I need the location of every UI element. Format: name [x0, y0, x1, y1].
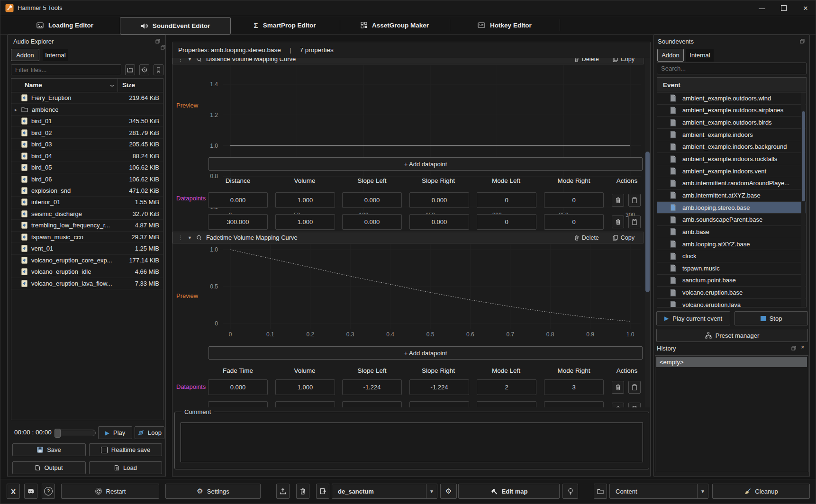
event-row[interactable]: clock: [657, 250, 806, 262]
seek-slider-handle[interactable]: [54, 429, 61, 438]
minimize-button[interactable]: —: [751, 0, 773, 16]
datapoint-value-input[interactable]: -1.224: [342, 379, 402, 395]
help-button[interactable]: ?: [42, 484, 55, 499]
event-row[interactable]: amb.base: [657, 226, 806, 238]
content-select-combo[interactable]: Content ▼: [609, 484, 708, 499]
delete-datapoint-button[interactable]: [612, 216, 624, 228]
file-row[interactable]: tspawn_music_cco29.37 MiB: [11, 232, 163, 243]
x-social-button[interactable]: X: [7, 484, 20, 499]
soundevents-search-input[interactable]: Search...: [657, 63, 807, 74]
copy-curve-button[interactable]: Copy: [613, 58, 635, 63]
delete-datapoint-button[interactable]: [612, 194, 624, 207]
datapoint-value-input[interactable]: [544, 401, 604, 407]
datapoint-value-input[interactable]: 0.000: [409, 192, 469, 208]
tab-assetgroup-maker[interactable]: AssetGroup Maker: [340, 17, 450, 34]
file-list-header[interactable]: Name Size: [11, 79, 163, 92]
file-row[interactable]: explosion_snd471.02 KiB: [11, 185, 163, 197]
restart-button[interactable]: Restart: [61, 484, 159, 499]
cleanup-button[interactable]: Cleanup: [712, 484, 810, 499]
event-row[interactable]: ambient_example.indoors.background: [657, 141, 806, 153]
map-select-combo[interactable]: de_sanctum ▼: [332, 484, 437, 499]
preset-manager-button[interactable]: Preset manager: [656, 329, 808, 342]
scrollbar-thumb[interactable]: [802, 111, 805, 201]
file-row[interactable]: volcano_eruption_idle4.66 MiB: [11, 266, 163, 278]
recent-files-button[interactable]: [139, 64, 149, 75]
delete-curve-button[interactable]: Delete: [574, 58, 599, 63]
curve-section-header-distance[interactable]: ⋮ ▼ Distance Volume Mapping Curve Delete…: [172, 58, 644, 64]
tab-loading-editor[interactable]: Loading Editor: [10, 17, 120, 34]
comment-textarea[interactable]: [181, 423, 643, 462]
tab-smartprop-editor[interactable]: Σ SmartProp Editor: [230, 17, 340, 34]
properties-undock-icon[interactable]: [161, 45, 165, 50]
settings-button[interactable]: ⚙ Settings: [165, 484, 261, 499]
collapse-arrow-icon[interactable]: ▼: [188, 58, 192, 62]
datapoint-value-input[interactable]: 0: [477, 192, 536, 208]
undock-icon[interactable]: [155, 39, 160, 44]
event-row[interactable]: ambient_example.outdoors.airplanes: [657, 105, 806, 117]
curve-section-header-fadetime[interactable]: ⋮ ▼ Fadetime Volume Mapping Curve Delete…: [172, 232, 644, 243]
drag-handle-icon[interactable]: ⋮: [178, 58, 183, 63]
map-settings-button[interactable]: ⚙: [440, 484, 457, 499]
play-current-event-button[interactable]: ▶ Play current event: [656, 311, 730, 325]
file-row[interactable]: bird_01345.50 KiB: [11, 116, 163, 127]
undock-icon[interactable]: [800, 39, 805, 44]
datapoint-value-input[interactable]: 1.000: [275, 214, 335, 230]
datapoint-value-input[interactable]: -1.224: [409, 379, 469, 395]
event-list-scrollbar[interactable]: [801, 92, 806, 307]
datapoint-value-input[interactable]: 0: [477, 214, 536, 230]
event-row[interactable]: tspawn.music: [657, 262, 806, 275]
event-list-header[interactable]: Event: [657, 78, 806, 92]
drag-handle-icon[interactable]: ⋮: [178, 234, 183, 241]
audio-tab-addon[interactable]: Addon: [11, 49, 39, 61]
tab-hotkey-editor[interactable]: Hotkey Editor: [450, 17, 560, 34]
event-row[interactable]: sanctum.point.base: [657, 275, 806, 287]
datapoint-value-input[interactable]: [477, 401, 536, 407]
column-size[interactable]: Size: [122, 81, 135, 89]
datapoint-value-input[interactable]: 1.000: [275, 379, 335, 395]
file-row[interactable]: seismic_discharge32.70 KiB: [11, 208, 163, 220]
chevron-down-icon[interactable]: ▼: [426, 484, 437, 498]
scrollbar-thumb[interactable]: [645, 152, 650, 292]
copy-curve-button[interactable]: Copy: [613, 234, 635, 241]
history-empty-row[interactable]: <empty>: [656, 357, 807, 367]
delete-datapoint-button[interactable]: [612, 381, 624, 394]
column-name[interactable]: Name: [25, 81, 42, 89]
delete-button[interactable]: [296, 484, 309, 499]
chevron-down-icon[interactable]: ▼: [697, 484, 708, 498]
file-row[interactable]: trembling_low_frequency_r...4.87 MiB: [11, 220, 163, 231]
datapoint-value-input[interactable]: 0.000: [342, 214, 402, 230]
collapse-arrow-icon[interactable]: ▼: [188, 235, 192, 240]
paste-datapoint-button[interactable]: [628, 194, 641, 207]
add-datapoint-button-2[interactable]: + Add datapoint: [209, 346, 643, 360]
expander-icon[interactable]: ▸: [15, 107, 21, 112]
discord-button[interactable]: [24, 484, 37, 499]
file-row[interactable]: bird_05106.62 KiB: [11, 162, 163, 173]
event-row[interactable]: volcano.eruption.base: [657, 287, 806, 299]
event-row[interactable]: amb.intermittent.atXYZ.base: [657, 189, 806, 202]
tab-soundevent-editor[interactable]: SoundEvent Editor: [120, 17, 231, 35]
datapoint-value-input[interactable]: [208, 401, 268, 407]
delete-curve-button[interactable]: Delete: [574, 234, 599, 241]
light-button[interactable]: [562, 484, 578, 499]
close-button[interactable]: ✕: [795, 0, 816, 16]
delete-datapoint-button[interactable]: [612, 403, 624, 407]
bookmark-button[interactable]: [154, 64, 163, 75]
content-folder-button[interactable]: [594, 484, 607, 499]
event-row[interactable]: ambient_example.indoors.rockfalls: [657, 153, 806, 165]
file-row[interactable]: Fiery_Eruption219.64 KiB: [11, 92, 163, 104]
paste-datapoint-button[interactable]: [628, 216, 641, 228]
paste-datapoint-button[interactable]: [628, 403, 641, 407]
datapoint-value-input[interactable]: 2: [477, 379, 536, 395]
edit-map-button[interactable]: Edit map: [458, 484, 560, 499]
file-row[interactable]: bird_03205.45 KiB: [11, 139, 163, 150]
maximize-button[interactable]: [773, 0, 795, 16]
play-button[interactable]: ▶ Play: [98, 426, 132, 439]
file-row[interactable]: interior_011.55 MiB: [11, 197, 163, 208]
file-row[interactable]: volcano_eruption_lava_flow...7.33 MiB: [11, 278, 163, 289]
fadetime-volume-chart[interactable]: 00.51.000.10.20.30.40.50.60.70.80.91.0: [172, 243, 644, 341]
save-button[interactable]: Save: [12, 443, 86, 456]
datapoint-value-input[interactable]: [409, 401, 469, 407]
filter-files-input[interactable]: Filter files...: [11, 64, 121, 75]
event-row[interactable]: amb.intermittent.randomAroundPlaye...: [657, 177, 806, 189]
soundevents-tab-addon[interactable]: Addon: [657, 49, 684, 62]
